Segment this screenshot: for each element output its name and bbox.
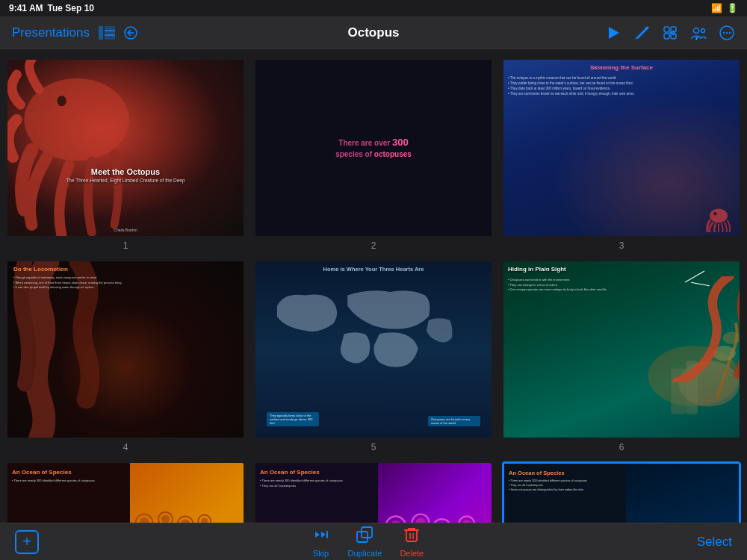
slide-3-bullet-2: • They prefer being close to the water's… bbox=[508, 81, 735, 85]
slide-1-title: Meet the Octopus bbox=[19, 167, 232, 176]
slide-9-b1: • There are nearly 300 identified differ… bbox=[509, 479, 622, 482]
slide-8-b1: • There are nearly 300 identified differ… bbox=[260, 479, 374, 482]
skip-label: Skip bbox=[313, 549, 329, 558]
bottom-center-actions: Skip Duplicate Delete bbox=[312, 526, 424, 558]
svg-point-61 bbox=[390, 520, 401, 523]
trash-icon bbox=[403, 526, 421, 547]
slide-2-text: There are over 300species of octopuses bbox=[335, 136, 412, 160]
svg-rect-102 bbox=[406, 530, 417, 541]
add-icon: + bbox=[22, 533, 31, 550]
svg-marker-6 bbox=[609, 27, 619, 39]
svg-point-35 bbox=[180, 519, 190, 523]
slide-item-4[interactable]: Do the Locomotion • Though capable of sw… bbox=[6, 260, 245, 452]
slide-5-box1: They typically keep close to the surface… bbox=[267, 412, 319, 426]
slide-item-1[interactable]: Meet the Octopus The Three-Hearted, Eigh… bbox=[6, 58, 245, 251]
svg-point-21 bbox=[58, 96, 66, 106]
slide-7-title: An Ocean of Species bbox=[12, 469, 125, 476]
status-bar: 9:41 AM Tue Sep 10 📶 🔋 bbox=[0, 0, 747, 16]
more-options-button[interactable] bbox=[719, 25, 735, 41]
slide-1-subtitle: The Three-Hearted, Eight Limbed Creature… bbox=[19, 178, 232, 183]
status-day: Tue Sep 10 bbox=[48, 3, 94, 13]
svg-point-17 bbox=[723, 31, 725, 33]
slide-thumb-8[interactable]: An Ocean of Species • There are nearly 3… bbox=[254, 461, 493, 523]
bottom-left: + bbox=[15, 530, 39, 554]
duplicate-icon bbox=[356, 526, 374, 547]
svg-point-22 bbox=[710, 209, 728, 223]
slide-number-6: 6 bbox=[619, 442, 624, 452]
duplicate-button[interactable]: Duplicate bbox=[348, 526, 382, 558]
svg-point-23 bbox=[713, 212, 716, 216]
top-bar: Presentations Octopus bbox=[0, 16, 747, 49]
slide-thumb-2[interactable]: There are over 300species of octopuses bbox=[254, 58, 493, 237]
slide-3-bullet-3: • They date back at least 300 million ye… bbox=[508, 87, 735, 90]
svg-rect-8 bbox=[664, 27, 669, 32]
svg-point-13 bbox=[701, 28, 705, 32]
status-right: 📶 🔋 bbox=[711, 3, 738, 13]
slide-item-7[interactable]: An Ocean of Species • There are nearly 3… bbox=[6, 461, 245, 523]
slide-8-b2: • They are all Cephalopods bbox=[260, 484, 374, 488]
svg-rect-10 bbox=[664, 34, 669, 39]
share-button[interactable] bbox=[662, 25, 678, 41]
slide-item-3[interactable]: Skimming the Surface • The octopus is a … bbox=[502, 58, 741, 251]
slide-thumb-6[interactable]: Hiding in Plain Sight • Octopuses can bl… bbox=[502, 260, 741, 439]
status-time: 9:41 AM bbox=[9, 3, 43, 13]
bottom-right: Select bbox=[697, 535, 732, 550]
slide-number-3: 3 bbox=[619, 240, 624, 251]
add-slide-button[interactable]: + bbox=[15, 530, 39, 554]
slide-thumb-7[interactable]: An Ocean of Species • There are nearly 3… bbox=[6, 461, 245, 523]
slide-thumb-9[interactable]: An Ocean of Species • There are nearly 3… bbox=[502, 461, 741, 523]
slide-thumb-4[interactable]: Do the Locomotion • Though capable of sw… bbox=[6, 260, 245, 439]
svg-point-18 bbox=[726, 31, 728, 33]
top-bar-right: + bbox=[605, 25, 735, 41]
svg-point-7 bbox=[645, 27, 648, 30]
slide-4-b2: • When swimming, one of their three hear… bbox=[13, 281, 238, 284]
slide-6-b3: • One octopus species can even reshape i… bbox=[508, 287, 622, 291]
play-button[interactable] bbox=[605, 25, 622, 41]
back-arrow-button[interactable] bbox=[124, 26, 137, 40]
slide-3-bullet-4: • They are carnivores known to eat each … bbox=[508, 92, 735, 96]
slides-grid: Meet the Octopus The Three-Hearted, Eigh… bbox=[6, 58, 741, 523]
collaborate-button[interactable]: + bbox=[690, 25, 707, 41]
svg-point-12 bbox=[694, 28, 699, 33]
slide-8-title: An Ocean of Species bbox=[260, 469, 374, 476]
pen-tool-button[interactable] bbox=[633, 25, 650, 41]
slide-number-5: 5 bbox=[371, 442, 376, 452]
slide-5-title: Home is Where Your Three Hearts Are bbox=[255, 266, 492, 273]
slide-item-2[interactable]: There are over 300species of octopuses 2 bbox=[254, 58, 493, 251]
slide-number-1: 1 bbox=[123, 240, 128, 251]
back-button[interactable]: Presentations bbox=[12, 25, 90, 40]
slide-thumb-1[interactable]: Meet the Octopus The Three-Hearted, Eigh… bbox=[6, 58, 245, 237]
slide-item-8[interactable]: An Ocean of Species • There are nearly 3… bbox=[254, 461, 493, 523]
status-left: 9:41 AM Tue Sep 10 bbox=[9, 3, 94, 13]
slide-7-b1: • There are nearly 300 identified differ… bbox=[12, 479, 125, 482]
delete-button[interactable]: Delete bbox=[400, 526, 424, 558]
slide-item-5[interactable]: Home is Where Your Three Hearts Are They… bbox=[254, 260, 493, 452]
delete-label: Delete bbox=[400, 549, 424, 558]
slide-4-b1: • Though capable of swimming, most octop… bbox=[13, 276, 238, 279]
slide-4-b3: • It can also propel itself by shooting … bbox=[13, 285, 238, 289]
svg-point-37 bbox=[201, 517, 208, 523]
svg-point-64 bbox=[433, 519, 451, 523]
slide-number-2: 2 bbox=[371, 240, 376, 251]
slide-item-6[interactable]: Hiding in Plain Sight • Octopuses can bl… bbox=[502, 260, 741, 452]
slide-9-title: An Ocean of Species bbox=[509, 470, 622, 476]
slide-item-9[interactable]: An Ocean of Species • There are nearly 3… bbox=[502, 461, 741, 523]
slide-6-b2: • They can change to a host of colors. bbox=[508, 283, 622, 287]
slide-thumb-5[interactable]: Home is Where Your Three Hearts Are They… bbox=[254, 260, 493, 439]
slide-3-bullet-1: • The octopus is a mythic creature that … bbox=[508, 76, 735, 80]
slide-thumb-3[interactable]: Skimming the Surface • The octopus is a … bbox=[502, 58, 741, 237]
top-bar-left: Presentations bbox=[12, 25, 137, 40]
slide-9-b3: • Some octopuses are distinguished by th… bbox=[509, 488, 622, 491]
svg-rect-1 bbox=[105, 26, 115, 40]
svg-point-31 bbox=[139, 517, 149, 523]
skip-button[interactable]: Skip bbox=[312, 526, 330, 558]
wifi-icon: 📶 bbox=[711, 3, 722, 13]
slide-6-b1: • Octopuses can blend in with the enviro… bbox=[508, 278, 622, 281]
bottom-bar: + Skip Duplicate bbox=[0, 523, 747, 560]
select-button[interactable]: Select bbox=[697, 535, 732, 550]
slide-3-title: Skimming the Surface bbox=[503, 64, 740, 71]
duplicate-label: Duplicate bbox=[348, 549, 382, 558]
slides-container[interactable]: Meet the Octopus The Three-Hearted, Eigh… bbox=[0, 49, 747, 523]
slide-9-b2: • They are all Cephalopods bbox=[509, 484, 622, 487]
sidebar-toggle-button[interactable] bbox=[99, 26, 115, 40]
